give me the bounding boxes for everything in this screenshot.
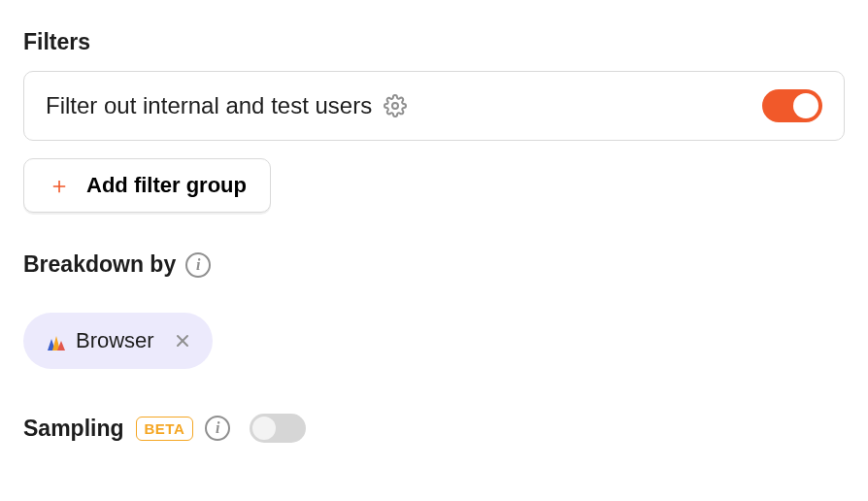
- breakdown-chip-browser[interactable]: Browser: [23, 313, 213, 369]
- close-icon[interactable]: [176, 330, 189, 352]
- add-filter-group-label: Add filter group: [86, 173, 247, 198]
- breakdown-heading-text: Breakdown by: [23, 251, 176, 278]
- sampling-row: Sampling BETA i: [23, 414, 845, 443]
- filter-internal-test-left: Filter out internal and test users: [46, 92, 407, 119]
- gear-icon[interactable]: [384, 94, 407, 117]
- browser-icon: [47, 332, 66, 350]
- sampling-heading: Sampling: [23, 416, 124, 442]
- beta-badge: BETA: [136, 417, 194, 441]
- breakdown-chip-label: Browser: [76, 328, 154, 353]
- info-icon[interactable]: i: [185, 252, 211, 278]
- filter-internal-test-card: Filter out internal and test users: [23, 71, 845, 141]
- toggle-knob: [793, 93, 818, 118]
- toggle-knob: [252, 417, 276, 440]
- breakdown-heading: Breakdown by i: [23, 251, 845, 278]
- filters-heading: Filters: [23, 29, 845, 55]
- svg-point-0: [392, 103, 398, 109]
- plus-icon: ＋: [48, 174, 71, 197]
- filter-internal-test-label: Filter out internal and test users: [46, 92, 372, 119]
- add-filter-group-button[interactable]: ＋ Add filter group: [23, 158, 271, 213]
- sampling-toggle[interactable]: [250, 414, 306, 443]
- filter-internal-test-toggle[interactable]: [762, 89, 822, 122]
- filters-heading-text: Filters: [23, 29, 90, 55]
- info-icon[interactable]: i: [205, 416, 230, 441]
